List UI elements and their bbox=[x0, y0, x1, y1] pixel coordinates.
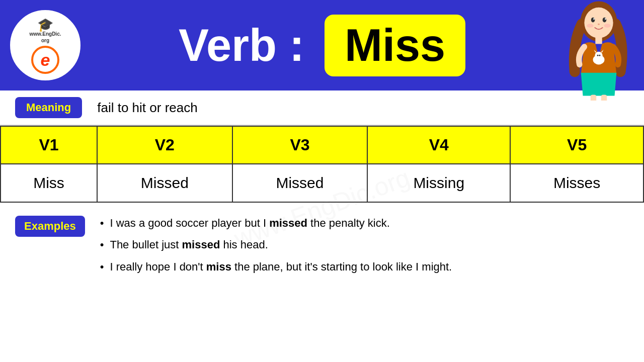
svg-point-3 bbox=[603, 18, 607, 23]
example-2-text: The bullet just missed his head. bbox=[110, 235, 268, 254]
meaning-badge: Meaning bbox=[15, 97, 82, 118]
girl-svg bbox=[561, 0, 636, 101]
verb-word: Miss bbox=[345, 20, 445, 71]
example-3-bold: miss bbox=[206, 260, 231, 273]
graduation-cap-icon: 🎓 bbox=[37, 17, 53, 33]
verb-label: Verb : bbox=[179, 20, 304, 71]
examples-badge: Examples bbox=[15, 216, 85, 237]
svg-point-7 bbox=[587, 24, 593, 28]
table-values-row: Miss Missed Missed Missing Misses bbox=[1, 164, 643, 202]
svg-point-12 bbox=[597, 55, 599, 56]
content-area: www.EngDic.org V1 V2 V3 V4 V5 Miss Misse… bbox=[0, 126, 644, 290]
example-2-bold: missed bbox=[182, 238, 220, 251]
meaning-row: Meaning fail to hit or reach bbox=[0, 90, 644, 126]
example-3-text: I really hope I don't miss the plane, bu… bbox=[110, 257, 452, 276]
val-v4: Missing bbox=[367, 164, 510, 202]
col-v4: V4 bbox=[367, 126, 510, 164]
svg-point-11 bbox=[595, 52, 602, 59]
val-v3: Missed bbox=[232, 164, 368, 202]
girl-illustration bbox=[558, 0, 639, 101]
svg-rect-15 bbox=[601, 95, 607, 101]
col-v2: V2 bbox=[97, 126, 232, 164]
col-v5: V5 bbox=[510, 126, 643, 164]
svg-point-1 bbox=[584, 8, 613, 38]
svg-point-4 bbox=[593, 18, 595, 20]
example-3: I really hope I don't miss the plane, bu… bbox=[100, 257, 452, 276]
table-header-row: V1 V2 V3 V4 V5 bbox=[1, 126, 643, 164]
svg-point-5 bbox=[605, 18, 606, 20]
header: 🎓 www.EngDic.org e Verb : Miss bbox=[0, 0, 644, 90]
val-v1: Miss bbox=[1, 164, 97, 202]
svg-point-2 bbox=[591, 18, 595, 23]
verb-highlight-box: Miss bbox=[325, 15, 465, 76]
svg-point-13 bbox=[599, 55, 600, 56]
logo: 🎓 www.EngDic.org e bbox=[10, 10, 80, 80]
examples-list: I was a good soccer player but I missed … bbox=[100, 214, 452, 279]
val-v2: Missed bbox=[97, 164, 232, 202]
example-1-bold: missed bbox=[269, 217, 307, 229]
example-1: I was a good soccer player but I missed … bbox=[100, 214, 452, 232]
val-v5: Misses bbox=[510, 164, 643, 202]
examples-section: Examples I was a good soccer player but … bbox=[0, 203, 644, 290]
svg-point-6 bbox=[598, 24, 600, 25]
example-1-before: I was a good soccer player but I missed … bbox=[110, 214, 389, 232]
svg-rect-9 bbox=[595, 36, 602, 44]
example-2: The bullet just missed his head. bbox=[100, 235, 452, 254]
verb-forms-table: V1 V2 V3 V4 V5 Miss Missed Missed Missin… bbox=[0, 126, 644, 203]
logo-e-badge: e bbox=[31, 46, 59, 74]
meaning-text: fail to hit or reach bbox=[97, 100, 197, 116]
svg-point-8 bbox=[604, 24, 611, 28]
svg-rect-14 bbox=[591, 95, 596, 101]
col-v3: V3 bbox=[232, 126, 368, 164]
col-v1: V1 bbox=[1, 126, 97, 164]
logo-e-letter: e bbox=[41, 50, 50, 70]
